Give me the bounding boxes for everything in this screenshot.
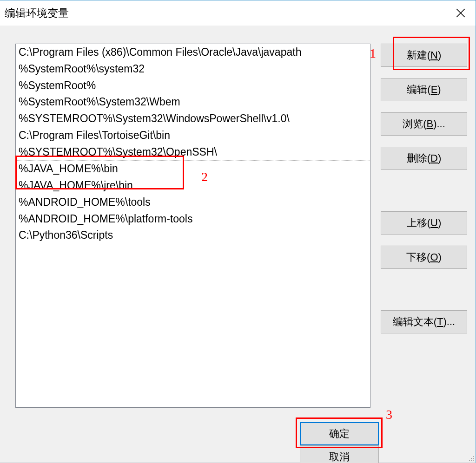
btn-label-part: )	[438, 251, 442, 263]
list-item[interactable]: %SystemRoot%	[16, 78, 370, 94]
browse-button[interactable]: 浏览(B)...	[381, 112, 467, 136]
btn-label-part: 删除(	[407, 152, 430, 164]
btn-hotkey: E	[431, 84, 438, 95]
btn-hotkey: B	[426, 118, 433, 130]
btn-label-part: )	[438, 152, 441, 164]
new-button[interactable]: 新建(N)	[381, 44, 467, 67]
btn-hotkey: U	[430, 217, 438, 228]
side-button-group: 新建(N) 编辑(E) 浏览(B)... 删除(D) 上移(U) 下移(O) 编…	[381, 44, 467, 345]
btn-label-part: 编辑(	[407, 84, 430, 95]
list-item[interactable]: C:\Python36\Scripts	[16, 227, 370, 244]
edittext-button[interactable]: 编辑文本(T)...	[381, 310, 467, 333]
btn-label-part: )...	[443, 316, 456, 327]
list-item[interactable]: %SYSTEMROOT%\System32\WindowsPowerShell\…	[16, 111, 370, 127]
btn-hotkey: O	[430, 251, 438, 263]
resize-grip[interactable]	[467, 454, 474, 461]
btn-hotkey: N	[430, 49, 438, 61]
dialog-body: C:\Program Files (x86)\Common Files\Orac…	[15, 44, 466, 454]
btn-label-part: )...	[433, 118, 445, 130]
list-item[interactable]: C:\Program Files\TortoiseGit\bin	[16, 127, 370, 144]
btn-label-part: 新建(	[407, 49, 430, 61]
list-item[interactable]: %JAVA_HOME%\bin	[16, 161, 370, 177]
ok-label: 确定	[329, 428, 350, 439]
moveup-button[interactable]: 上移(U)	[381, 211, 467, 235]
close-icon	[456, 8, 465, 18]
list-item[interactable]: C:\Program Files (x86)\Common Files\Orac…	[16, 44, 370, 61]
ok-button[interactable]: 确定	[300, 422, 379, 445]
btn-label-part: 上移(	[407, 217, 430, 228]
path-listbox[interactable]: C:\Program Files (x86)\Common Files\Orac…	[15, 44, 370, 408]
bottom-button-group: 确定 取消	[300, 422, 466, 463]
btn-label-part: 下移(	[406, 251, 430, 263]
btn-label-part: )	[437, 84, 441, 95]
btn-label-part: )	[438, 49, 441, 61]
delete-button[interactable]: 删除(D)	[381, 147, 467, 170]
btn-hotkey: D	[430, 152, 438, 164]
btn-label-part: )	[438, 217, 441, 228]
list-item[interactable]: %SystemRoot%\system32	[16, 61, 370, 78]
list-item[interactable]: %ANDROID_HOME%\tools	[16, 194, 370, 211]
list-item[interactable]: %SYSTEMROOT%\System32\OpenSSH\	[16, 144, 370, 161]
movedown-button[interactable]: 下移(O)	[381, 246, 467, 269]
close-button[interactable]	[446, 0, 476, 26]
btn-hotkey: T	[437, 316, 443, 327]
list-item[interactable]: %SystemRoot%\System32\Wbem	[16, 94, 370, 111]
list-item[interactable]: %JAVA_HOME%\jre\bin	[16, 177, 370, 194]
btn-label-part: 编辑文本(	[393, 316, 437, 327]
list-item[interactable]: %ANDROID_HOME%\platform-tools	[16, 211, 370, 228]
edit-button[interactable]: 编辑(E)	[381, 78, 467, 101]
title-text: 编辑环境变量	[5, 6, 69, 20]
dialog-window: 编辑环境变量 C:\Program Files (x86)\Common Fil…	[0, 0, 476, 463]
cancel-button[interactable]: 取消	[300, 445, 379, 463]
cancel-label: 取消	[329, 451, 350, 463]
btn-label-part: 浏览(	[403, 118, 426, 130]
titlebar[interactable]: 编辑环境变量	[0, 0, 476, 26]
